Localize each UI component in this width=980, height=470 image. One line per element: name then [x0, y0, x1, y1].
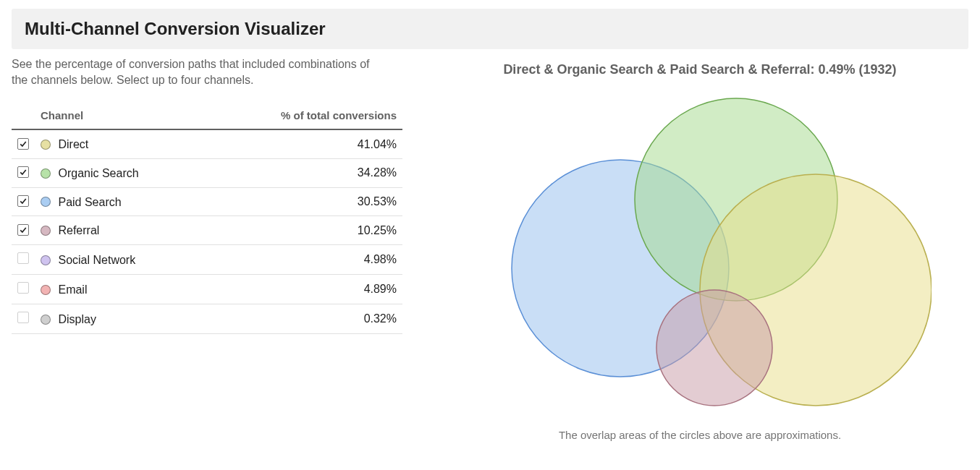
- title-bar: Multi-Channel Conversion Visualizer: [12, 9, 968, 49]
- venn-circle-referral[interactable]: [656, 290, 772, 406]
- table-row: Direct 41.04%: [12, 129, 402, 158]
- swatch-paid: [41, 197, 51, 207]
- swatch-social: [41, 255, 51, 265]
- checkbox-referral[interactable]: [17, 224, 29, 236]
- pct-email: 4.89%: [205, 275, 402, 304]
- left-panel: See the percentage of conversion paths t…: [12, 56, 402, 441]
- label-direct: Direct: [58, 138, 88, 150]
- col-channel: Channel: [35, 105, 205, 129]
- checkbox-organic[interactable]: [17, 166, 29, 178]
- swatch-direct: [41, 140, 51, 150]
- checkbox-display[interactable]: [17, 312, 29, 323]
- table-row: Organic Search 34.28%: [12, 158, 402, 187]
- pct-social: 4.98%: [205, 245, 402, 275]
- venn-caption: The overlap areas of the circles above a…: [559, 429, 841, 441]
- channel-table: Channel % of total conversions Di: [12, 105, 402, 334]
- description-text: See the percentage of conversion paths t…: [12, 56, 373, 87]
- label-display: Display: [58, 313, 96, 325]
- label-organic: Organic Search: [58, 167, 138, 179]
- content-row: See the percentage of conversion paths t…: [12, 56, 968, 441]
- label-paid: Paid Search: [58, 195, 121, 208]
- table-row: Paid Search 30.53%: [12, 187, 402, 216]
- table-row: Display 0.32%: [12, 304, 402, 334]
- swatch-organic: [41, 168, 51, 179]
- venn-title: Direct & Organic Search & Paid Search & …: [503, 62, 896, 77]
- swatch-referral: [41, 226, 51, 236]
- pct-direct: 41.04%: [205, 129, 402, 158]
- pct-paid: 30.53%: [205, 187, 402, 216]
- checkbox-email[interactable]: [17, 282, 29, 294]
- swatch-display: [41, 315, 51, 325]
- page-title: Multi-Channel Conversion Visualizer: [25, 19, 955, 39]
- label-referral: Referral: [58, 224, 99, 236]
- checkbox-paid[interactable]: [17, 195, 29, 207]
- table-row: Social Network 4.98%: [12, 245, 402, 275]
- right-panel: Direct & Organic Search & Paid Search & …: [431, 56, 968, 441]
- page-root: Multi-Channel Conversion Visualizer See …: [0, 0, 980, 450]
- label-email: Email: [58, 283, 87, 296]
- label-social: Social Network: [58, 254, 135, 266]
- swatch-email: [41, 285, 51, 295]
- pct-display: 0.32%: [205, 304, 402, 334]
- table-row: Email 4.89%: [12, 275, 402, 304]
- checkbox-social[interactable]: [17, 252, 29, 264]
- pct-referral: 10.25%: [205, 216, 402, 245]
- checkbox-direct[interactable]: [17, 138, 29, 150]
- table-row: Referral 10.25%: [12, 216, 402, 245]
- venn-diagram: [468, 80, 932, 427]
- pct-organic: 34.28%: [205, 158, 402, 187]
- col-pct: % of total conversions: [205, 105, 402, 129]
